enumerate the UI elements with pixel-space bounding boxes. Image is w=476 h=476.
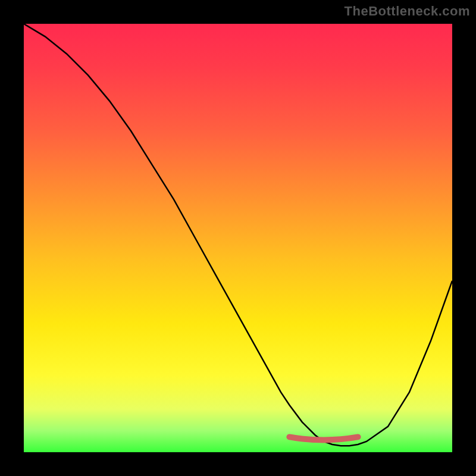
watermark-text: TheBottleneck.com: [345, 4, 470, 19]
chart-border-frame: [0, 0, 476, 476]
